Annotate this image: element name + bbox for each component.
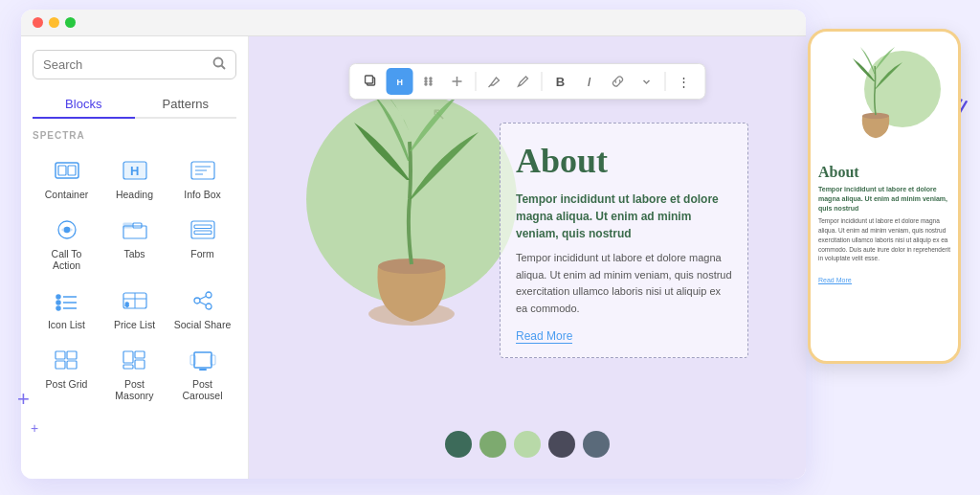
svg-point-30: [206, 304, 212, 309]
browser-titlebar: [21, 10, 806, 36]
block-item-tabs[interactable]: Tabs: [100, 208, 168, 277]
social-share-icon: [186, 286, 220, 315]
svg-rect-18: [194, 231, 212, 235]
browser-window: Blocks Patterns SPECTRA Container H: [21, 10, 806, 479]
svg-point-31: [194, 298, 200, 304]
svg-rect-14: [123, 223, 132, 228]
container-icon: [50, 156, 84, 185]
toolbar-italic-btn[interactable]: I: [576, 68, 603, 95]
tabs-label: Tabs: [123, 248, 145, 259]
svg-line-32: [199, 296, 205, 299]
block-item-container[interactable]: Container: [33, 148, 100, 206]
read-more-link[interactable]: Read More: [516, 329, 572, 344]
post-grid-label: Post Grid: [46, 378, 88, 390]
svg-point-50: [425, 78, 427, 79]
mobile-title: About: [818, 164, 950, 181]
svg-point-12: [64, 228, 69, 233]
block-item-icon-list[interactable]: Icon List: [33, 279, 100, 336]
content-lead: Tempor incididunt ut labore et dolore ma…: [516, 191, 732, 242]
search-box[interactable]: [33, 50, 236, 79]
form-label: Form: [190, 248, 214, 259]
svg-point-23: [56, 306, 60, 310]
svg-rect-34: [56, 351, 65, 359]
content-body: Tempor incididunt ut labore et dolore ma…: [516, 250, 732, 317]
main-canvas: H B I: [249, 36, 806, 479]
info-box-label: Info Box: [184, 189, 221, 200]
toolbar-copy-btn[interactable]: [358, 68, 385, 95]
tabs-row: Blocks Patterns: [33, 91, 236, 119]
toolbar-divider-3: [665, 72, 666, 91]
heading-icon: H: [118, 156, 152, 185]
svg-rect-37: [67, 361, 77, 369]
svg-rect-38: [123, 351, 133, 363]
mobile-body: Tempor incididunt ut labore et dolore ma…: [818, 216, 950, 263]
toolbar-dropdown-btn[interactable]: [634, 68, 660, 95]
social-share-label: Social Share: [174, 319, 232, 330]
mobile-read-more[interactable]: Read More: [818, 277, 852, 284]
toolbar-arrows-btn[interactable]: [444, 68, 471, 95]
toolbar-drag-btn[interactable]: [415, 68, 442, 95]
toolbar-pencil-btn[interactable]: [510, 68, 537, 95]
toolbar-heading-btn[interactable]: H: [387, 68, 413, 95]
cta-label: Call To Action: [36, 248, 97, 271]
section-label: SPECTRA: [33, 130, 236, 141]
toolbar-more-btn[interactable]: ⋮: [671, 68, 698, 95]
post-masonry-icon: [118, 346, 152, 374]
block-item-cta[interactable]: Call To Action: [33, 208, 100, 277]
svg-rect-17: [194, 225, 212, 229]
block-item-post-carousel[interactable]: Post Carousel: [168, 338, 236, 407]
svg-point-55: [430, 83, 432, 85]
search-input[interactable]: [43, 57, 212, 72]
block-item-post-masonry[interactable]: Post Masonry: [100, 338, 168, 407]
icon-list-icon: [50, 286, 84, 315]
svg-point-19: [56, 295, 60, 299]
swatch-2[interactable]: [479, 431, 506, 458]
heading-label: Heading: [116, 189, 153, 200]
toolbar-bold-btn[interactable]: B: [547, 68, 574, 95]
browser-body: Blocks Patterns SPECTRA Container H: [21, 36, 806, 479]
svg-rect-36: [56, 361, 65, 369]
blocks-grid: Container H Heading Info Box: [33, 148, 236, 407]
swatch-1[interactable]: [445, 431, 472, 458]
search-icon: [212, 56, 226, 73]
mobile-inner: About Tempor incididunt ut labore et dol…: [811, 32, 958, 361]
block-item-heading[interactable]: H Heading: [100, 148, 168, 206]
decorative-plus: + +: [17, 384, 38, 438]
mobile-plant-area: [818, 41, 950, 156]
svg-rect-47: [366, 76, 373, 83]
svg-point-54: [425, 83, 427, 85]
swatch-3[interactable]: [514, 431, 541, 458]
block-item-info-box[interactable]: Info Box: [168, 148, 236, 206]
swatch-4[interactable]: [548, 431, 575, 458]
svg-point-21: [56, 301, 60, 304]
swatch-5[interactable]: [583, 431, 610, 458]
block-item-social-share[interactable]: Social Share: [168, 279, 236, 336]
price-list-label: Price List: [114, 319, 155, 330]
svg-line-1: [222, 66, 226, 70]
sidebar: Blocks Patterns SPECTRA Container H: [21, 36, 249, 479]
svg-rect-35: [67, 351, 77, 359]
block-item-form[interactable]: Form: [168, 208, 236, 277]
svg-rect-4: [68, 166, 76, 175]
svg-rect-16: [191, 221, 214, 238]
toolbar-divider-2: [542, 72, 543, 91]
block-item-price-list[interactable]: $ Price List: [100, 279, 168, 336]
post-masonry-label: Post Masonry: [104, 378, 165, 401]
toolbar-marker-btn[interactable]: [481, 68, 508, 95]
tab-blocks[interactable]: Blocks: [33, 91, 135, 119]
toolbar-link-btn[interactable]: [605, 68, 632, 95]
dot-yellow[interactable]: [49, 17, 59, 28]
svg-text:H: H: [397, 78, 404, 87]
svg-rect-40: [123, 365, 133, 369]
svg-point-52: [425, 80, 427, 82]
svg-text:$: $: [125, 302, 129, 307]
tabs-icon: [118, 215, 152, 244]
svg-point-53: [430, 80, 432, 82]
dot-green[interactable]: [65, 17, 76, 28]
dot-red[interactable]: [33, 17, 43, 28]
color-swatches: [445, 431, 610, 458]
tab-patterns[interactable]: Patterns: [135, 91, 237, 117]
content-title: About: [516, 141, 732, 181]
block-item-post-grid[interactable]: Post Grid: [33, 338, 100, 407]
svg-point-29: [206, 292, 212, 298]
